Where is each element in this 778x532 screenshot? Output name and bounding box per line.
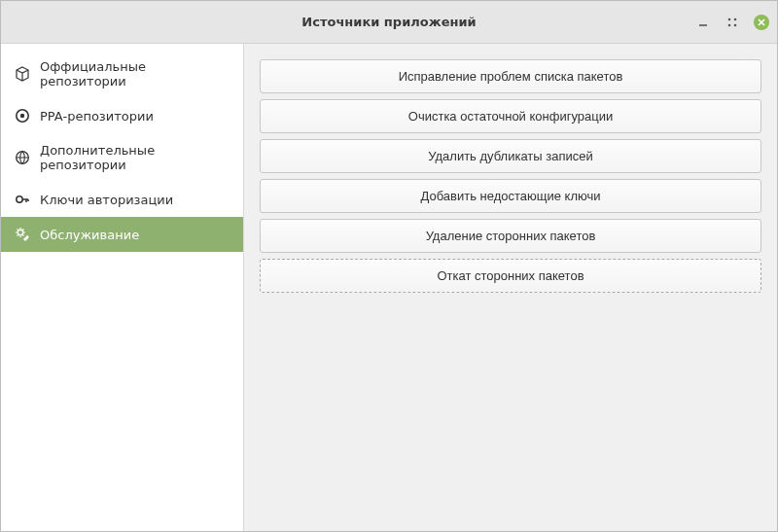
remove-foreign-packages-button[interactable]: Удаление сторонних пакетов: [260, 219, 761, 253]
svg-point-10: [17, 196, 22, 202]
window-controls: [695, 1, 769, 43]
sidebar: Оффициальные репозитории PPA-репозитории…: [1, 44, 244, 531]
add-missing-keys-button[interactable]: Добавить недостающие ключи: [260, 179, 761, 213]
window-title: Источники приложений: [301, 15, 476, 29]
svg-point-3: [728, 23, 731, 26]
main-panel: Исправление проблем списка пакетов Очист…: [244, 44, 777, 531]
ppa-icon: [15, 108, 30, 124]
sidebar-item-label: Обслуживание: [40, 228, 139, 242]
remove-duplicate-entries-button[interactable]: Удалить дубликаты записей: [260, 139, 761, 173]
svg-point-1: [728, 18, 731, 20]
minimize-button[interactable]: [695, 15, 711, 30]
globe-icon: [15, 150, 30, 165]
app-window: Источники приложений Оффициальные репози…: [0, 0, 778, 532]
sidebar-item-official-repos[interactable]: Оффициальные репозитории: [1, 50, 243, 98]
titlebar: Источники приложений: [1, 1, 777, 44]
svg-point-8: [20, 114, 24, 118]
sidebar-item-ppa[interactable]: PPA-репозитории: [1, 98, 243, 133]
svg-point-11: [18, 230, 23, 235]
sidebar-item-label: Ключи авторизации: [40, 193, 173, 207]
svg-point-2: [734, 18, 737, 20]
box-icon: [15, 66, 30, 82]
fix-package-list-button[interactable]: Исправление проблем списка пакетов: [260, 59, 761, 93]
sidebar-item-maintenance[interactable]: Обслуживание: [1, 217, 243, 252]
sidebar-item-additional-repos[interactable]: Дополнительные репозитории: [1, 133, 243, 182]
sidebar-item-auth-keys[interactable]: Ключи авторизации: [1, 182, 243, 217]
sidebar-item-label: Дополнительные репозитории: [40, 143, 230, 172]
close-button[interactable]: [754, 15, 769, 30]
window-body: Оффициальные репозитории PPA-репозитории…: [1, 44, 777, 531]
sidebar-item-label: PPA-репозитории: [40, 109, 154, 124]
tools-icon: [15, 227, 30, 242]
key-icon: [15, 192, 30, 207]
sidebar-item-label: Оффициальные репозитории: [40, 59, 230, 89]
clean-residual-config-button[interactable]: Очистка остаточной конфигурации: [260, 99, 761, 133]
svg-point-4: [734, 23, 737, 26]
maximize-button[interactable]: [725, 15, 740, 30]
rollback-foreign-packages-button[interactable]: Откат сторонних пакетов: [260, 259, 761, 293]
